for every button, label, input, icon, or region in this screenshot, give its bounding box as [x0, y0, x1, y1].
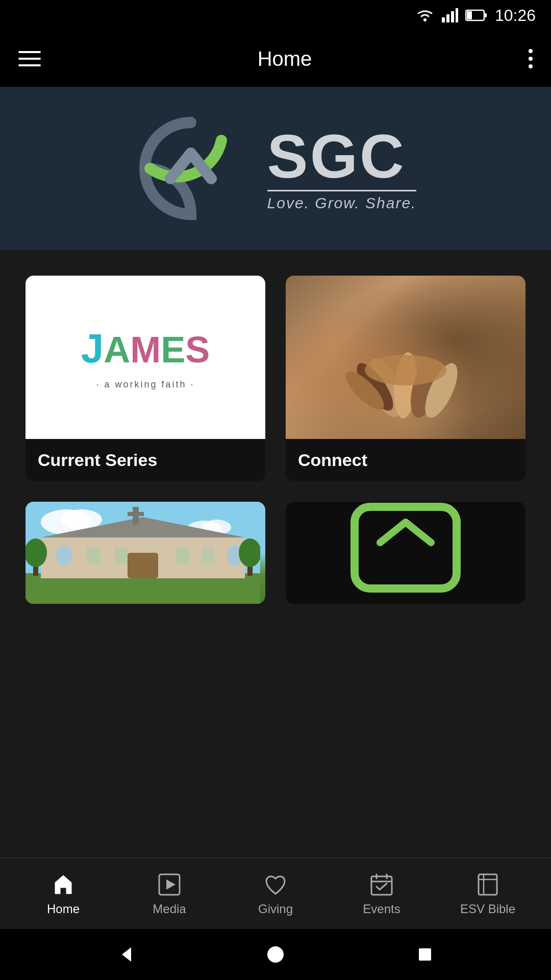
- nav-label-events: Events: [363, 902, 400, 916]
- svg-point-47: [267, 946, 284, 963]
- card-image-building: [26, 502, 265, 604]
- card-green-icon[interactable]: [286, 502, 525, 604]
- svg-rect-43: [479, 874, 497, 895]
- hands-svg: [334, 286, 477, 429]
- recent-apps-icon: [414, 943, 436, 966]
- giving-icon: [262, 871, 289, 898]
- card-connect[interactable]: Connect: [286, 276, 525, 481]
- android-navigation-bar: [0, 929, 551, 980]
- svg-rect-48: [419, 948, 431, 961]
- nav-label-media: Media: [153, 902, 186, 916]
- svg-point-33: [26, 538, 47, 567]
- nav-label-esv-bible: ESV Bible: [460, 902, 515, 916]
- back-icon: [115, 943, 137, 966]
- more-options-button[interactable]: [529, 49, 533, 68]
- card-current-series[interactable]: JAMES · a working faith · Current Series: [26, 276, 265, 481]
- svg-rect-2: [446, 14, 449, 22]
- svg-marker-46: [122, 947, 131, 962]
- sgc-logo-icon: [135, 112, 247, 225]
- svg-rect-39: [371, 876, 392, 895]
- svg-marker-38: [166, 879, 176, 890]
- building-image: [26, 502, 265, 604]
- android-back-button[interactable]: [115, 943, 137, 966]
- card-image-connect: [286, 276, 525, 439]
- svg-point-14: [365, 355, 446, 385]
- building-svg: [26, 502, 260, 604]
- bottom-navigation: Home Media Giving: [0, 857, 551, 929]
- nav-label-giving: Giving: [258, 902, 293, 916]
- connect-image: [286, 276, 525, 439]
- android-home-button[interactable]: [264, 943, 287, 966]
- status-bar: 10:26: [0, 0, 551, 31]
- svg-rect-6: [484, 13, 487, 17]
- hero-section: SGC Love. Grow. Share.: [0, 87, 551, 250]
- svg-rect-4: [456, 8, 458, 22]
- svg-rect-28: [128, 553, 158, 578]
- svg-rect-29: [176, 548, 189, 563]
- logo-divider: [267, 190, 417, 191]
- james-image: JAMES · a working faith ·: [26, 276, 265, 439]
- page-title: Home: [258, 47, 312, 70]
- svg-rect-24: [128, 512, 144, 516]
- wifi-icon: [415, 8, 435, 22]
- green-icon-image: [286, 502, 525, 604]
- card-image-current-series: JAMES · a working faith ·: [26, 276, 265, 439]
- android-home-icon: [264, 943, 287, 966]
- card-label-connect: Connect: [286, 439, 525, 481]
- cards-grid: JAMES · a working faith · Current Series: [0, 250, 551, 604]
- green-icon-svg: [329, 502, 482, 604]
- svg-rect-7: [467, 11, 472, 19]
- battery-icon: [465, 9, 488, 22]
- nav-item-esv-bible[interactable]: ESV Bible: [435, 871, 541, 916]
- signal-icon: [442, 8, 458, 22]
- svg-point-35: [239, 538, 260, 567]
- svg-rect-30: [202, 548, 214, 563]
- svg-rect-1: [442, 17, 445, 22]
- card-building[interactable]: [26, 502, 265, 604]
- app-bar: Home: [0, 31, 551, 87]
- bible-icon: [474, 871, 501, 898]
- nav-item-media[interactable]: Media: [116, 871, 222, 916]
- home-icon: [50, 871, 77, 898]
- nav-label-home: Home: [47, 902, 80, 916]
- nav-item-home[interactable]: Home: [10, 871, 116, 916]
- status-icons: 10:26: [415, 6, 536, 25]
- media-icon: [156, 871, 183, 898]
- org-tagline: Love. Grow. Share.: [267, 194, 417, 212]
- svg-rect-3: [451, 11, 454, 22]
- nav-item-giving[interactable]: Giving: [222, 871, 329, 916]
- svg-rect-27: [115, 548, 128, 563]
- james-title-text: JAMES: [81, 325, 210, 372]
- svg-rect-25: [56, 545, 71, 566]
- status-time: 10:26: [495, 6, 536, 25]
- android-recent-button[interactable]: [414, 943, 436, 966]
- nav-item-events[interactable]: Events: [329, 871, 435, 916]
- sgc-logo-text: SGC Love. Grow. Share.: [267, 126, 417, 212]
- hamburger-menu-button[interactable]: [18, 51, 41, 66]
- svg-point-0: [423, 18, 427, 21]
- svg-rect-26: [87, 548, 99, 563]
- org-name: SGC: [267, 126, 406, 187]
- card-image-green-icon: [286, 502, 525, 604]
- card-label-current-series: Current Series: [26, 439, 265, 481]
- events-icon: [368, 871, 395, 898]
- james-subtitle: · a working faith ·: [96, 379, 194, 390]
